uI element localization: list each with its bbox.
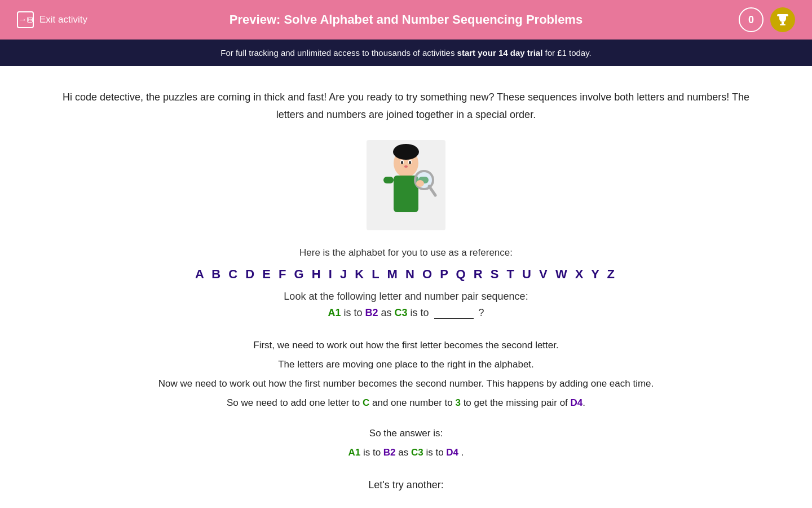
svg-point-12 [404,165,408,168]
explanation-line-4: So we need to add one letter to C and on… [56,393,756,413]
intro-paragraph: Hi code detective, the puzzles are comin… [56,89,756,123]
ans-c3: C3 [411,447,423,458]
ans-is-to-2: is to [426,447,446,458]
score-badge: 0 [739,7,764,32]
explanation-line-1: First, we need to work out how the first… [56,336,756,355]
svg-line-17 [429,186,435,195]
explanation-line-2: The letters are moving one place to the … [56,355,756,374]
alphabet-display: A B C D E F G H I J K L M N O P Q R S T … [56,267,756,282]
ans-is-to-1: is to [363,447,383,458]
banner-text-before: For full tracking and unlimited access t… [220,48,457,58]
exit-label: Exit activity [39,14,87,25]
svg-point-7 [393,144,419,160]
alphabet-reference-label: Here is the alphabet for you to use as a… [56,247,756,259]
svg-point-10 [401,161,403,164]
exit-icon [17,11,34,28]
svg-point-11 [409,161,411,164]
main-content: Hi code detective, the puzzles are comin… [0,66,812,508]
seq-blank [434,318,474,319]
seq-as: as [381,307,391,318]
trial-banner: For full tracking and unlimited access t… [0,40,812,66]
explanation-line-3: Now we need to work out how the first nu… [56,374,756,393]
exp4-3: 3 [455,397,460,408]
exit-button[interactable]: Exit activity [17,11,87,28]
svg-rect-3 [782,22,784,24]
seq-b2: B2 [365,307,378,318]
banner-text-after: for £1 today. [542,48,591,58]
answer-label: So the answer is: [56,424,756,443]
detective-image [367,140,445,230]
ans-as: as [398,447,411,458]
seq-question: ? [479,307,484,318]
answer-sequence: A1 is to B2 as C3 is to D4 . [56,443,756,462]
ans-a1: A1 [348,447,360,458]
page-title: Preview: Solve Alphabet and Number Seque… [230,12,582,27]
exp4-d4: D4 [571,397,583,408]
seq-is-to-2: is to [411,307,432,318]
header-right: 0 [739,7,795,32]
svg-rect-4 [780,24,785,25]
exp4-c: C [363,397,369,408]
explanation-section: First, we need to work out how the first… [56,336,756,413]
exp4-end: to get the missing pair of [461,397,571,408]
ans-dot: . [461,447,464,458]
exp4-before: So we need to add one letter to [227,397,363,408]
sequence-intro-label: Look at the following letter and number … [56,291,756,303]
banner-cta: start your 14 day trial [457,48,543,58]
answer-section: So the answer is: A1 is to B2 as C3 is t… [56,424,756,462]
exp4-dot: . [582,397,585,408]
ans-d4: D4 [446,447,458,458]
sequence-puzzle: A1 is to B2 as C3 is to ? [56,307,756,319]
seq-is-to-1: is to [343,307,362,318]
seq-a1: A1 [328,307,341,318]
trophy-button[interactable] [770,7,795,32]
exp4-mid: and one number to [369,397,455,408]
lets-try-label: Let's try another: [56,479,756,491]
svg-rect-14 [383,177,394,183]
header: Exit activity Preview: Solve Alphabet an… [0,0,812,40]
seq-c3: C3 [395,307,408,318]
ans-b2: B2 [383,447,396,458]
svg-point-18 [416,180,424,187]
